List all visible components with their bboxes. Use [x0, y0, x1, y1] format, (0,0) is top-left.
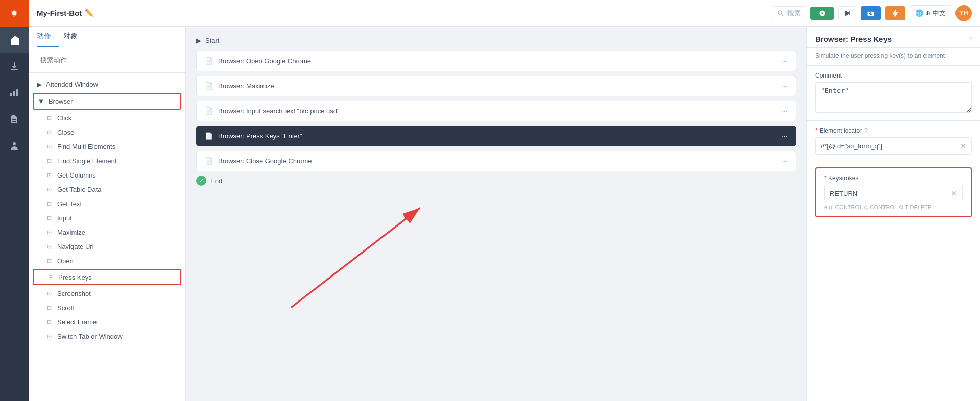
action-label: Find Multi Elements — [57, 143, 115, 151]
element-locator-field-group: Element locator ? //*[@id="sb_form_q"] ✕ — [807, 121, 980, 161]
element-locator-label: Element locator ? — [815, 127, 972, 134]
comment-input[interactable]: "Enter" — [815, 82, 972, 113]
help-icon-small[interactable]: ? — [864, 127, 868, 134]
action-screenshot[interactable]: ⊡ Screenshot — [29, 286, 185, 300]
flow-start: ▶ Start — [196, 37, 796, 44]
flow-item-2[interactable]: 📄 Browser: Maximize ··· — [196, 76, 796, 96]
action-icon: ⊡ — [45, 185, 53, 193]
flow-item-label: Browser: Open Google Chrome — [218, 57, 311, 65]
action-label: Navigate Url — [57, 243, 94, 250]
keystrokes-field-group: Keystrokes RETURN ✕ e.g. CONTROL c, CONT… — [815, 167, 972, 217]
actions-search-input[interactable] — [35, 53, 179, 67]
lang-label: ⊕ 中文 — [925, 9, 946, 18]
search-box[interactable]: 搜索 — [772, 6, 806, 20]
clear-locator-icon[interactable]: ✕ — [960, 142, 966, 150]
action-icon: ⊡ — [45, 289, 53, 297]
action-click[interactable]: ⊡ Click — [29, 111, 185, 125]
header-title: My-First-Bot ✏️ — [37, 9, 766, 18]
more-icon[interactable]: ··· — [782, 157, 787, 165]
chevron-right-icon: ▶ — [37, 81, 42, 88]
right-panel: Browser: Press Keys ? Simulate the user … — [806, 27, 980, 401]
help-icon[interactable]: ? — [968, 35, 972, 43]
action-label: Get Text — [57, 200, 82, 208]
run-button[interactable] — [810, 7, 834, 20]
keystrokes-label: Keystrokes — [824, 174, 963, 182]
action-label: Maximize — [57, 229, 85, 236]
flow-item-label: Browser: Input search text "btc price us… — [218, 107, 340, 115]
doc-icon: 📄 — [205, 82, 213, 90]
actions-tabs: 动作 对象 — [29, 27, 185, 47]
language-button[interactable]: 🌐 ⊕ 中文 — [910, 5, 951, 21]
keystrokes-input-display[interactable]: RETURN ✕ — [824, 185, 963, 202]
action-get-text[interactable]: ⊡ Get Text — [29, 196, 185, 211]
action-maximize[interactable]: ⊡ Maximize — [29, 225, 185, 239]
right-panel-title: Browser: Press Keys — [815, 35, 892, 43]
tab-objects[interactable]: 对象 — [63, 27, 86, 47]
action-icon: ⊡ — [45, 157, 53, 165]
flow-item-5[interactable]: 📄 Browser: Close Google Chrome ··· — [196, 151, 796, 171]
edit-title-icon[interactable]: ✏️ — [85, 9, 94, 18]
sidebar-item-download[interactable] — [0, 53, 29, 80]
chevron-down-icon: ▼ — [38, 97, 44, 105]
doc-icon: 📄 — [205, 132, 213, 140]
action-label: Input — [57, 214, 72, 222]
action-scroll[interactable]: ⊡ Scroll — [29, 300, 185, 315]
save-button[interactable] — [861, 6, 881, 20]
more-icon[interactable]: ··· — [782, 132, 787, 140]
start-label: Start — [205, 37, 219, 44]
app-title: My-First-Bot — [37, 9, 82, 17]
action-navigate-url[interactable]: ⊡ Navigate Url — [29, 239, 185, 254]
user-avatar[interactable]: TH — [955, 5, 972, 21]
action-icon: ⊟ — [45, 214, 53, 222]
more-icon[interactable]: ··· — [782, 82, 787, 90]
flow-item-1[interactable]: 📄 Browser: Open Google Chrome ··· — [196, 51, 796, 71]
doc-icon: 📄 — [205, 157, 213, 165]
action-icon: ⊡ — [45, 114, 53, 122]
action-open[interactable]: ⊡ Open — [29, 254, 185, 268]
keystroke-hint: e.g. CONTROL c, CONTROL ALT DELETE — [824, 204, 963, 210]
content-area: 动作 对象 ▶ Attended Window ▼ Browser — [29, 27, 980, 401]
more-icon[interactable]: ··· — [782, 107, 787, 115]
action-label: Switch Tab or Window — [57, 333, 123, 340]
sidebar-item-home[interactable] — [0, 27, 29, 53]
actions-panel: 动作 对象 ▶ Attended Window ▼ Browser — [29, 27, 186, 401]
action-close[interactable]: ⊡ Close — [29, 125, 185, 139]
comment-label: Comment — [815, 72, 972, 79]
action-get-table-data[interactable]: ⊡ Get Table Data — [29, 182, 185, 196]
action-label: Open — [57, 257, 74, 265]
action-find-multi[interactable]: ⊡ Find Multi Elements — [29, 139, 185, 154]
flow-item-label: Browser: Press Keys "Enter" — [218, 132, 302, 140]
flow-item-4[interactable]: 📄 Browser: Press Keys "Enter" ··· — [196, 126, 796, 146]
action-input[interactable]: ⊟ Input — [29, 211, 185, 225]
search-label: 搜索 — [787, 9, 801, 18]
action-label: Press Keys — [58, 273, 92, 281]
flow-end: ✓ End — [196, 176, 796, 186]
action-find-single[interactable]: ⊡ Find Single Element — [29, 154, 185, 168]
sidebar-item-document[interactable] — [0, 106, 29, 133]
action-label: Screenshot — [57, 290, 91, 297]
chevron-right-icon: ▶ — [196, 37, 201, 44]
more-icon[interactable]: ··· — [782, 57, 787, 65]
step-button[interactable] — [838, 6, 856, 20]
action-get-columns[interactable]: ⊡ Get Columns — [29, 168, 185, 182]
sidebar-item-person[interactable] — [0, 133, 29, 159]
header-actions: 搜索 🌐 ⊕ 中文 TH — [772, 5, 972, 21]
action-icon: ⊡ — [45, 128, 53, 136]
clear-keystroke-icon[interactable]: ✕ — [951, 189, 957, 197]
category-attended-window[interactable]: ▶ Attended Window — [29, 77, 185, 92]
action-select-frame[interactable]: ⊡ Select Frame — [29, 315, 185, 329]
flow-item-3[interactable]: 📄 Browser: Input search text "btc price … — [196, 101, 796, 121]
sidebar-item-chart[interactable] — [0, 80, 29, 106]
action-label: Scroll — [57, 304, 74, 312]
deploy-button[interactable] — [885, 6, 905, 20]
action-press-keys[interactable]: ⊟ Press Keys — [34, 270, 180, 284]
doc-icon: 📄 — [205, 57, 213, 65]
category-browser[interactable]: ▼ Browser — [34, 94, 180, 109]
element-locator-display: //*[@id="sb_form_q"] ✕ — [815, 137, 972, 155]
action-label: Close — [57, 129, 74, 136]
action-icon: ⊡ — [45, 171, 53, 179]
tab-actions[interactable]: 动作 — [37, 27, 59, 47]
action-icon: ⊡ — [45, 304, 53, 312]
action-switch-tab[interactable]: ⊡ Switch Tab or Window — [29, 329, 185, 343]
canvas-area: ▶ Start 📄 Browser: Open Google Chrome ··… — [186, 27, 806, 401]
